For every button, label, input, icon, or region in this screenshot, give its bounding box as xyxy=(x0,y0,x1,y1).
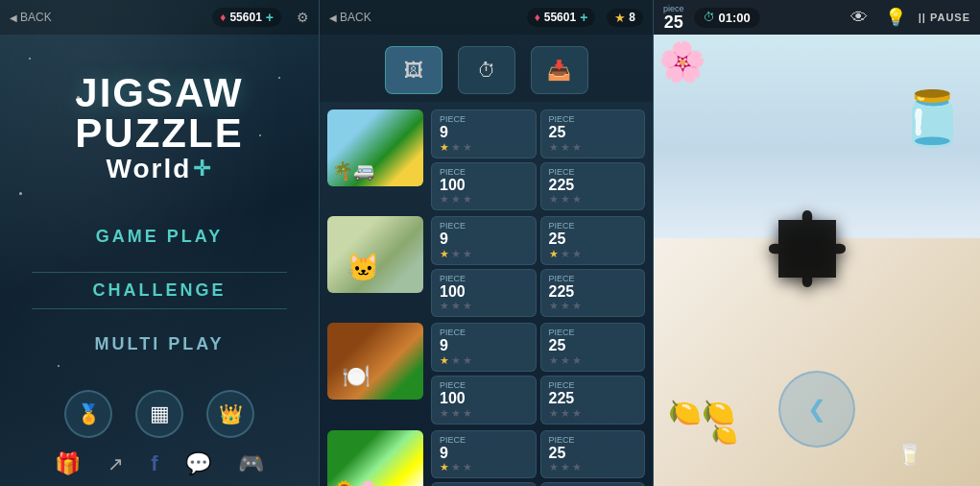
piece-btn-beach-25[interactable]: piece 25 ★ ★ ★ xyxy=(540,109,646,158)
logo-puzzle-text: PUZZLE xyxy=(75,113,243,154)
stars-row: ★ ★ ★ xyxy=(549,141,582,154)
star-filled-icon: ★ xyxy=(440,354,449,367)
star-empty-icon: ★ xyxy=(549,354,559,367)
stars-row: ★ ★ ★ xyxy=(440,461,472,474)
piece-btn-flowers-piece[interactable]: piece xyxy=(431,482,537,486)
puzzle-thumb-food[interactable] xyxy=(327,323,423,400)
piece-num: 100 xyxy=(440,177,466,194)
star-empty-icon: ★ xyxy=(463,141,472,154)
piece-btn-food-25[interactable]: piece 25 ★ ★ ★ xyxy=(540,323,646,372)
puzzle-thumb-beach[interactable] xyxy=(327,109,423,186)
stars-row: ★ ★ ★ xyxy=(440,300,472,312)
select-back-button[interactable]: ◀ BACK xyxy=(329,11,371,24)
puzzle-thumb-cat[interactable] xyxy=(327,216,423,293)
menu-back-button[interactable]: ◀ BACK xyxy=(10,11,52,24)
nav-circle-button[interactable]: ❮ xyxy=(778,371,855,448)
piece-num: 25 xyxy=(549,445,566,462)
star-empty-icon: ★ xyxy=(463,354,472,367)
piece-btn-cat-225[interactable]: piece 225 ★ ★ ★ xyxy=(540,269,646,318)
star-empty-icon: ★ xyxy=(549,407,559,420)
piece-options-food: piece 9 ★ ★ ★ piece 25 ★ ★ ★ xyxy=(431,323,645,424)
piece-btn-flowers-9[interactable]: piece 9 ★ ★ ★ xyxy=(431,430,537,479)
star-empty-icon: ★ xyxy=(451,300,461,312)
timer-icon: ⏱ xyxy=(704,11,715,24)
menu-score-value: 55601 xyxy=(229,11,261,24)
logo-area: JIGSAW PUZZLE World✛ xyxy=(75,73,243,184)
piece-num: 9 xyxy=(440,231,448,248)
piece-num: 225 xyxy=(549,390,575,407)
grid-button[interactable]: ▦ xyxy=(135,390,183,438)
bottom-icon-row: 🏅 ▦ 👑 xyxy=(64,390,254,438)
piece-btn-food-100[interactable]: piece 100 ★ ★ ★ xyxy=(431,376,537,425)
piece-btn-food-225[interactable]: piece 225 ★ ★ ★ xyxy=(540,376,646,425)
select-back-label: BACK xyxy=(340,11,371,24)
star-filled-icon: ★ xyxy=(440,141,449,154)
star-decor xyxy=(259,134,261,136)
pause-button[interactable]: || PAUSE xyxy=(919,12,970,23)
piece-num: 25 xyxy=(549,124,566,141)
bulb-icon: 💡 xyxy=(885,7,906,28)
scene-flowers-decor: 🌸 xyxy=(658,39,706,85)
puzzle-row-cat: piece 9 ★ ★ ★ piece 25 ★ ★ ★ xyxy=(327,216,645,317)
piece-num: 100 xyxy=(440,283,466,301)
menu-add-gems-button[interactable]: + xyxy=(266,10,274,25)
menu-settings-button[interactable]: ⚙ xyxy=(297,10,309,25)
select-add-gems-button[interactable]: + xyxy=(580,10,587,25)
star-empty-icon: ★ xyxy=(549,461,559,474)
piece-num: 25 xyxy=(549,231,566,248)
piece-btn-food-9[interactable]: piece 9 ★ ★ ★ xyxy=(431,323,537,372)
hint-button[interactable]: 💡 xyxy=(882,4,909,31)
piece-num: 225 xyxy=(549,283,575,301)
piece-count-display: piece 25 xyxy=(663,5,684,31)
gamepad-button[interactable]: 🎮 xyxy=(238,451,264,476)
menu-item-multiplay[interactable]: MULTI PLAY xyxy=(75,330,243,358)
mystery-button[interactable]: 🎁 xyxy=(55,451,81,476)
piece-btn-beach-100[interactable]: piece 100 ★ ★ ★ xyxy=(431,162,537,211)
timer-value: 01:00 xyxy=(719,11,751,25)
puzzle-piece-svg xyxy=(759,201,874,316)
piece-label: piece xyxy=(440,167,466,177)
piece-btn-cat-9[interactable]: piece 9 ★ ★ ★ xyxy=(431,216,537,265)
category-download-tab[interactable]: 📥 xyxy=(531,46,588,94)
crown-button[interactable]: 👑 xyxy=(206,390,254,438)
piece-btn-beach-9[interactable]: piece 9 ★ ★ ★ xyxy=(431,109,537,158)
puzzle-row-beach: piece 9 ★ ★ ★ piece 25 ★ ★ ★ xyxy=(327,109,645,210)
piece-label: piece xyxy=(549,114,575,124)
star-empty-icon: ★ xyxy=(451,354,461,367)
select-gem-score: ♦ 55601 + xyxy=(527,8,596,27)
eye-button[interactable]: 👁 xyxy=(846,4,872,31)
piece-num: 225 xyxy=(549,177,575,194)
piece-num: 25 xyxy=(549,337,566,354)
piece-btn-cat-25[interactable]: piece 25 ★ ★ ★ xyxy=(540,216,646,265)
nav-left-arrow-icon: ❮ xyxy=(807,396,826,423)
piece-btn-flowers-25[interactable]: piece 25 ★ ★ ★ xyxy=(540,430,646,479)
puzzle-thumb-flowers[interactable] xyxy=(327,430,423,486)
star-empty-icon: ★ xyxy=(572,248,582,260)
piece-btn-flowers-blank[interactable] xyxy=(540,482,646,486)
facebook-button[interactable]: f xyxy=(151,451,157,476)
star-empty-icon: ★ xyxy=(561,407,570,420)
star-empty-icon: ★ xyxy=(440,193,449,206)
category-image-tab[interactable]: 🖼 xyxy=(385,46,442,94)
star-empty-icon: ★ xyxy=(451,193,461,206)
star-decor xyxy=(29,58,31,60)
stars-row: ★ ★ ★ xyxy=(549,354,582,367)
puzzle-list: piece 9 ★ ★ ★ piece 25 ★ ★ ★ xyxy=(320,102,653,486)
select-back-arrow-icon: ◀ xyxy=(329,12,337,23)
star-empty-icon: ★ xyxy=(572,300,582,312)
logo-plus-icon: ✛ xyxy=(193,157,212,182)
menu-item-gameplay[interactable]: GAME PLAY xyxy=(77,223,242,251)
menu-item-challenge[interactable]: CHALLENGE xyxy=(32,272,287,309)
piece-btn-cat-100[interactable]: piece 100 ★ ★ ★ xyxy=(431,269,537,318)
chat-button[interactable]: 💬 xyxy=(185,451,211,476)
piece-btn-beach-225[interactable]: piece 225 ★ ★ ★ xyxy=(540,162,646,211)
star-decor xyxy=(278,77,280,79)
achievement-button[interactable]: 🏅 xyxy=(64,390,112,438)
share-button[interactable]: ↗ xyxy=(108,452,124,475)
star-filled-icon: ★ xyxy=(440,461,449,474)
star-empty-icon: ★ xyxy=(440,300,449,312)
piece-label: piece xyxy=(549,328,575,337)
star-empty-icon: ★ xyxy=(561,141,570,154)
achievement-icon: 🏅 xyxy=(77,402,101,425)
category-timer-tab[interactable]: ⏱ xyxy=(458,46,515,94)
